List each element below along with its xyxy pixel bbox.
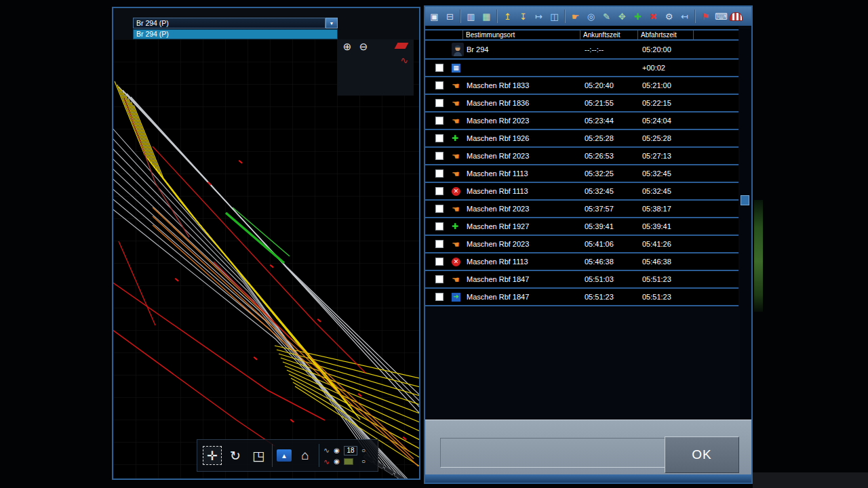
couple-icon: ☛ [452, 117, 460, 125]
search-icon[interactable]: ◎ [584, 9, 598, 24]
row-destination: Maschen Rbf 1113 [467, 187, 580, 195]
couple-icon: ☛ [452, 99, 460, 108]
save-icon[interactable]: ▣ [427, 9, 441, 24]
row-checkbox[interactable] [435, 240, 443, 248]
table-grid-icon[interactable]: ▦ [479, 9, 494, 24]
flag-icon[interactable]: ⚑ [698, 9, 713, 24]
schedule-row[interactable]: ☛ Maschen Rbf 1113 05:32:25 05:32:45 [425, 165, 738, 183]
ribbon: ▣⊟▥▦↥↧↦◫☛◎✎✥✚✖⚙↤⚑⌨ [425, 7, 751, 26]
row-checkbox[interactable] [435, 99, 443, 107]
import-icon[interactable]: ↤ [677, 9, 692, 24]
schedule-row[interactable]: ☛ Maschen Rbf 2023 05:41:06 05:41:26 [425, 236, 738, 253]
row-checkbox[interactable] [435, 258, 443, 266]
row-arrival-time: 05:25:28 [580, 134, 638, 142]
train-dropdown-item[interactable]: Br 294 (P) [133, 29, 338, 39]
row-checkbox[interactable] [435, 117, 443, 125]
chevron-down-icon[interactable]: ▼ [326, 18, 338, 28]
row-checkbox[interactable] [435, 205, 443, 213]
row-type-icon-cell: ☛ [452, 152, 467, 161]
terrain-view-button[interactable]: ▲ [277, 449, 292, 462]
row-type-icon-cell [452, 43, 467, 56]
option2-radio-off[interactable]: ○ [361, 458, 366, 465]
row-checkbox[interactable] [435, 187, 443, 195]
rotate-tool-button[interactable]: ↻ [226, 446, 245, 465]
keyboard-icon[interactable]: ⌨ [714, 9, 728, 24]
schedule-row[interactable]: ☛ Maschen Rbf 1836 05:21:55 05:22:15 [425, 95, 738, 113]
schedule-row[interactable]: ☛ Maschen Rbf 2023 05:23:44 05:24:04 [425, 113, 738, 130]
row-checkbox[interactable] [435, 81, 443, 89]
row-destination: Maschen Rbf 2023 [467, 240, 580, 248]
row-departure-time: 05:25:28 [638, 134, 694, 142]
add-icon: ✚ [452, 134, 458, 142]
row-departure-time: 05:38:17 [638, 205, 694, 213]
move-row-up-icon[interactable]: ↥ [500, 9, 515, 24]
schedule-row[interactable]: ☛ Maschen Rbf 1847 05:51:03 05:51:23 [425, 271, 738, 289]
table-columns-icon[interactable]: ▥ [464, 9, 478, 24]
insert-column-icon[interactable]: ◫ [547, 9, 561, 24]
option1-radio-on[interactable]: ◉ [334, 447, 340, 454]
couple-tool-icon[interactable]: ☛ [568, 9, 583, 24]
exit-icon: ➜ [452, 293, 460, 302]
row-destination: Br 294 [467, 45, 580, 54]
clone-tool-button[interactable]: ◳ [249, 446, 268, 465]
row-checkbox[interactable] [435, 152, 443, 160]
row-destination: Maschen Rbf 2023 [467, 117, 580, 125]
schedule-row[interactable]: ☛ Maschen Rbf 2023 05:37:57 05:38:17 [425, 201, 738, 218]
row-type-icon-cell: ☛ [452, 240, 467, 249]
edit-icon[interactable]: ✎ [599, 9, 614, 24]
pan-tool-button[interactable]: ✛ [203, 446, 222, 465]
cancel-icon: ✕ [452, 258, 460, 266]
toolbar-separator [319, 444, 319, 467]
row-arrival-time: 05:51:23 [580, 293, 638, 301]
row-checkbox[interactable] [435, 134, 443, 142]
move-row-down-icon[interactable]: ↧ [516, 9, 530, 24]
zoom-in-button[interactable]: ⊕ [341, 41, 353, 53]
delete-icon[interactable]: ⊟ [443, 9, 457, 24]
schedule-row[interactable]: ➜ Maschen Rbf 1847 05:51:23 05:51:23 [425, 289, 738, 306]
home-view-button[interactable]: ⌂ [296, 446, 315, 465]
insert-row-icon[interactable]: ↦ [532, 9, 546, 24]
couple-icon: ☛ [452, 169, 460, 178]
schedule-row[interactable]: ☛ Maschen Rbf 2023 05:26:53 05:27:13 [425, 148, 738, 165]
add-stop-icon[interactable]: ✚ [631, 9, 645, 24]
schedule-row[interactable]: ▦ +00:02 [425, 60, 738, 77]
track-plan-map[interactable] [113, 39, 419, 479]
grid-size-value[interactable]: 18 [344, 446, 357, 455]
schedule-row[interactable]: ✚ Maschen Rbf 1927 05:39:41 05:39:41 [425, 218, 738, 236]
schedule-row[interactable]: ✚ Maschen Rbf 1926 05:25:28 05:25:28 [425, 130, 738, 148]
remove-stop-icon[interactable]: ✖ [646, 9, 660, 24]
schedule-row[interactable]: ✕ Maschen Rbf 1113 05:32:45 05:32:45 [425, 183, 738, 201]
row-arrival-time: 05:37:57 [580, 205, 638, 213]
scrollbar-track[interactable] [740, 29, 750, 420]
row-checkbox[interactable] [435, 293, 443, 301]
option2-radio-on[interactable]: ◉ [334, 458, 340, 465]
app-stage: Br 294 (P) ▼ Br 294 (P) ⊕ ⊖ ∿ ✛ ↻ ◳ ▲ ⌂ … [0, 0, 868, 488]
row-arrival-time: 05:32:45 [580, 187, 638, 195]
row-type-icon-cell: ✚ [452, 134, 467, 142]
train-select-value[interactable]: Br 294 (P) [133, 18, 326, 28]
schedule-list-region: Bestimmungsort Ankunftszeit Abfahrtszeit… [425, 26, 751, 420]
signal-icon: ∿ [323, 447, 330, 454]
track-style-icon[interactable] [395, 43, 409, 49]
row-arrival-time: 05:39:41 [580, 222, 638, 230]
row-checkbox[interactable] [435, 64, 443, 72]
scrollbar-thumb[interactable] [741, 195, 749, 205]
ok-button[interactable]: OK [665, 436, 739, 473]
row-checkbox[interactable] [435, 169, 443, 178]
schedule-row[interactable]: ✕ Maschen Rbf 1113 05:46:38 05:46:38 [425, 253, 738, 271]
row-arrival-time: --:--:-- [580, 45, 638, 54]
row-checkbox[interactable] [435, 222, 443, 230]
table-settings-icon[interactable]: ⚙ [662, 9, 676, 24]
train-select-combobox[interactable]: Br 294 (P) ▼ [133, 18, 338, 28]
distribute-icon[interactable]: ✥ [615, 9, 629, 24]
row-checkbox[interactable] [435, 275, 443, 283]
schedule-row[interactable]: Br 294 --:--:-- 05:20:00 [425, 41, 738, 60]
couple-icon: ☛ [452, 240, 460, 249]
depot-icon[interactable] [730, 12, 743, 21]
terrain-color-swatch[interactable] [344, 458, 353, 465]
schedule-row[interactable]: ☛ Maschen Rbf 1833 05:20:40 05:21:00 [425, 77, 738, 95]
track-curve-icon[interactable]: ∿ [400, 55, 408, 66]
option1-radio-off[interactable]: ○ [361, 447, 366, 454]
zoom-out-button[interactable]: ⊖ [357, 41, 370, 53]
row-arrival-time: 05:51:03 [580, 275, 638, 283]
